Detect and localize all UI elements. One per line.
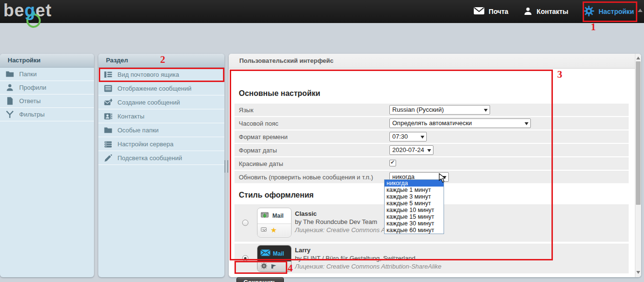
- section-item-label: Отображение сообщений: [117, 85, 191, 92]
- scrollbar-up-arrow-icon[interactable]: [636, 57, 640, 59]
- menu-item-contacts[interactable]: Контакты: [524, 7, 568, 17]
- section-item-special-folders[interactable]: Особые папки: [98, 123, 224, 137]
- larry-radio[interactable]: [242, 255, 248, 261]
- skin-license: Лицензия: Creative Commons Att: [295, 226, 389, 234]
- time-format-label: Формат времени: [239, 133, 288, 141]
- larry-mail-icon: [260, 249, 270, 258]
- section-item-message-highlights[interactable]: Подсветка сообщений: [98, 151, 224, 165]
- section-item-mailbox-view[interactable]: Вид почтового ящика: [98, 68, 224, 82]
- select-arrow-icon: [443, 176, 446, 179]
- folder-icon: [6, 70, 14, 78]
- larry-gear-icon: [261, 262, 267, 271]
- larry-flag-icon: [271, 262, 277, 271]
- sidebar-item-folders[interactable]: Папки: [0, 68, 94, 81]
- sidebar-item-responses[interactable]: Ответы: [0, 94, 94, 108]
- section-item-label: Создание сообщений: [117, 99, 180, 106]
- form-row-date-format: Формат даты 2020-07-24: [234, 144, 629, 156]
- skin-heading: Стиль оформления: [239, 191, 314, 200]
- settings-sidebar-panel: Настройки Настройки Папки Профили Ответы…: [0, 54, 94, 277]
- language-label: Язык: [239, 106, 253, 114]
- dropdown-option[interactable]: каждые 15 минут: [385, 213, 444, 220]
- larry-thumb-label: Mail: [273, 250, 284, 257]
- general-settings-heading: Основные настройки: [239, 89, 320, 98]
- sidebar-item-label: Фильтры: [19, 111, 45, 118]
- menu-item-settings[interactable]: Настройки: [584, 6, 634, 18]
- save-button[interactable]: Сохранить: [236, 277, 284, 282]
- timezone-select[interactable]: Определять автоматически: [389, 118, 531, 128]
- dropdown-option[interactable]: каждые 30 минут: [385, 220, 444, 227]
- larry-skin-thumbnail[interactable]: Mail: [257, 245, 292, 272]
- mail-icon: [474, 7, 484, 16]
- sidebar-item-identities[interactable]: Профили: [0, 81, 94, 94]
- main-scrollbar[interactable]: [635, 54, 641, 277]
- form-row-pretty-dates: Красивые даты: [234, 157, 629, 170]
- main-panel-title: Пользовательский интерфейс: [229, 54, 641, 69]
- section-item-message-display[interactable]: Отображение сообщений: [98, 82, 224, 95]
- select-arrow-icon: [525, 122, 528, 125]
- skin-license: Лицензия: Creative Commons Attribution-S…: [295, 263, 442, 270]
- folder-icon: [104, 126, 112, 134]
- select-arrow-icon: [484, 109, 488, 112]
- section-item-label: Настройки сервера: [117, 141, 174, 148]
- section-item-label: Контакты: [117, 113, 144, 120]
- classic-thumb-label: Mail: [272, 212, 283, 219]
- section-item-server-settings[interactable]: Настройки сервера: [98, 137, 224, 151]
- pretty-dates-label: Красивые даты: [239, 160, 283, 167]
- refresh-dropdown-list: никогда каждые 1 минут каждые 3 минут ка…: [384, 179, 444, 234]
- sidebar-list: Настройки Папки Профили Ответы Фильтры: [0, 68, 94, 121]
- scrollbar-down-arrow-icon[interactable]: [636, 271, 640, 274]
- sidebar-item-filters[interactable]: Фильтры: [0, 108, 94, 121]
- compose-message-icon: [104, 98, 112, 106]
- time-format-select-value: 07:30: [392, 133, 408, 140]
- time-format-select[interactable]: 07:30: [389, 132, 427, 141]
- contact-card-icon: [104, 112, 112, 120]
- language-select-value: Russian (Русский): [392, 106, 444, 113]
- skin-name: Classic: [295, 210, 317, 217]
- select-arrow-icon: [421, 136, 424, 139]
- form-row-time-format: Формат времени 07:30: [234, 130, 629, 143]
- form-row-timezone: Часовой пояс Определять автоматически: [234, 117, 629, 129]
- dropdown-option[interactable]: каждые 5 минут: [385, 200, 444, 207]
- section-item-contacts[interactable]: Контакты: [98, 109, 224, 123]
- form-row-language: Язык Russian (Русский): [234, 104, 629, 116]
- dropdown-option[interactable]: каждые 3 минут: [385, 193, 444, 200]
- sidebar-item-label: Папки: [19, 70, 37, 78]
- sidebar-header: Настройки: [0, 54, 94, 68]
- section-item-label: Вид почтового ящика: [117, 71, 179, 78]
- dropdown-option[interactable]: никогда: [385, 180, 444, 187]
- logo-text-prefix: be: [3, 0, 24, 20]
- skin-author: by FLINT / Büro für Gestaltung, Switzerl…: [295, 255, 415, 262]
- section-item-composing[interactable]: Создание сообщений: [98, 95, 224, 109]
- page-scrollbar-up-arrow-icon[interactable]: [638, 9, 643, 12]
- main-content: Основные настройки Язык Russian (Русский…: [229, 68, 635, 277]
- date-format-select-value: 2020-07-24: [392, 146, 424, 153]
- skin-author: by The Roundcube Dev Team: [295, 218, 377, 225]
- pencil-icon: [104, 154, 112, 162]
- classic-toolbar-icon: [261, 227, 268, 234]
- person-icon: [524, 7, 532, 17]
- sections-header: Раздел: [98, 54, 224, 68]
- dropdown-option[interactable]: каждые 10 минут: [385, 207, 444, 213]
- document-icon: [6, 97, 14, 105]
- message-display-icon: [104, 84, 112, 93]
- menu-item-mail-label: Почта: [489, 8, 508, 15]
- panel-splitter-handle[interactable]: [224, 160, 228, 173]
- language-select[interactable]: Russian (Русский): [389, 105, 490, 115]
- select-arrow-icon: [427, 149, 431, 152]
- refresh-label: Обновить (проверить новые сообщения и т.…: [239, 174, 373, 181]
- classic-radio[interactable]: [242, 220, 248, 226]
- pretty-dates-checkbox[interactable]: [389, 160, 396, 166]
- user-icon: [6, 83, 14, 92]
- scrollbar-thumb[interactable]: [636, 61, 641, 205]
- dropdown-option[interactable]: каждые 60 минут: [385, 227, 444, 234]
- section-item-label: Особые папки: [117, 127, 159, 134]
- menu-item-settings-label: Настройки: [598, 8, 634, 15]
- list-layout-icon: [104, 70, 112, 79]
- gear-icon: [584, 6, 594, 18]
- date-format-select[interactable]: 2020-07-24: [389, 145, 433, 155]
- classic-skin-thumbnail[interactable]: Mail ★: [257, 208, 292, 237]
- menu-item-mail[interactable]: Почта: [474, 7, 508, 16]
- sidebar-item-label: Профили: [19, 84, 47, 91]
- dropdown-option[interactable]: каждые 1 минут: [385, 187, 444, 193]
- star-icon: ★: [270, 226, 277, 235]
